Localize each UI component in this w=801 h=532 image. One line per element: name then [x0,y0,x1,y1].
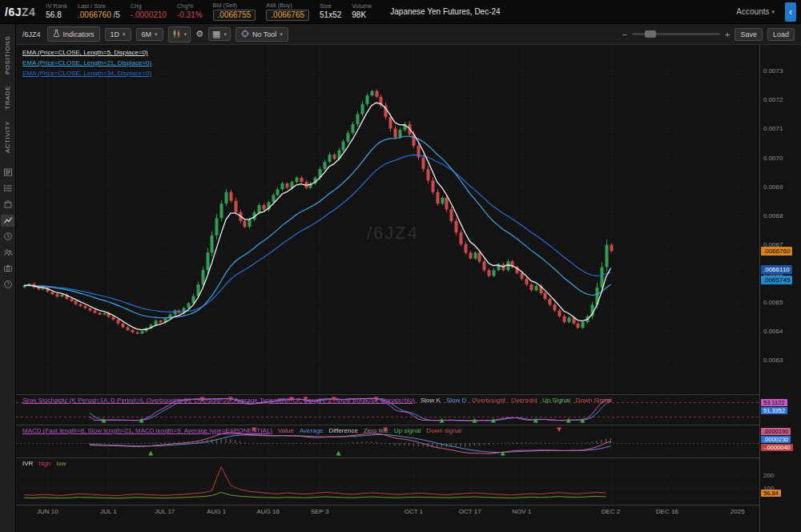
ivr-chart[interactable] [16,458,759,505]
symbol-suffix: Z4 [22,6,35,18]
grid-layout-icon: ▦ [212,30,220,38]
ivr-legend: IVRhighlow [22,460,66,467]
charts-icon[interactable] [1,215,14,227]
ema34-legend[interactable]: EMA (Price=CLOSE, Length=34, Displace=0) [22,70,151,77]
sidebar-tab-trade[interactable]: TRADE [4,80,11,115]
contract-title: Japanese Yen Futures, Dec-24 [390,7,500,16]
quote-value-text: .0066760 [78,10,111,19]
ivr-axis-tick: 200 [763,472,774,479]
time-axis[interactable]: JUN 10JUL 1JUL 17AUG 1AUG 16SEP 3OCT 1OC… [16,505,759,519]
accounts-dropdown[interactable]: Accounts ▾ [736,7,775,16]
svg-text:?: ? [6,282,10,288]
quote-field-value[interactable]: .0066765 [266,10,309,21]
price-panel: /6JZ4 EMA (Price=CLOSE, Length=5, Displa… [16,45,759,394]
sidebar-tab-activity[interactable]: ACTIVITY [4,115,11,159]
indicators-button[interactable]: Indicators [47,26,100,42]
community-icon[interactable] [1,247,14,259]
price-axis-tick: 0.0072 [763,96,783,103]
macd-difference-label: -.0000040 [761,444,793,451]
accounts-label: Accounts [736,7,769,16]
macd-legend-item-down-signal[interactable]: Down signal [426,427,461,434]
quote-field-label: Size [320,3,341,10]
quote-field-chg: Chg-.0000210 [131,3,167,19]
working-orders-icon[interactable] [1,183,14,195]
range-dropdown[interactable]: 6M ▾ [136,28,163,41]
layout-grid-dropdown[interactable]: ▦ ▾ [208,27,231,41]
quote-field-last-size: Last / Size.0066760 /5 [78,3,120,19]
news-icon[interactable] [1,167,14,179]
ivr-legend-item-high[interactable]: high [38,460,50,467]
quote-field-chg: Chg%-0.31% [177,3,203,19]
stoch-legend-item-slow-k[interactable]: Slow K [421,397,441,404]
help-icon[interactable]: ? [1,279,14,291]
macd-legend-item-average[interactable]: Average [300,427,324,434]
load-button[interactable]: Load [767,28,795,41]
stoch-d-value-label: 51.3352 [761,407,787,414]
ema-legend: EMA (Price=CLOSE, Length=5, Displace=0) … [22,49,151,77]
macd-average-label: .0000230 [761,436,791,443]
chart-container: /6JZ4 Indicators 1D ▾ 6M ▾ ▾ ⚙ ▦ ▾ [16,24,801,532]
crosshair-icon [241,30,249,39]
chart-toolbar: /6JZ4 Indicators 1D ▾ 6M ▾ ▾ ⚙ ▦ ▾ [16,24,801,45]
beaker-icon [53,29,60,39]
save-button[interactable]: Save [735,28,763,41]
quote-field-value[interactable]: .0066755 [213,10,256,21]
clock-icon[interactable] [1,231,14,243]
ivr-legend-item-ivr[interactable]: IVR [22,460,33,467]
chart-type-dropdown[interactable]: ▾ [168,26,191,42]
collapse-panel-button[interactable]: ‹ [785,2,796,22]
chart-watermark: /6JZ4 [367,223,419,244]
quote-field-label: Bid (Sell) [213,2,256,10]
macd-value-label: .0000190 [761,428,791,435]
macd-legend: MACD (Fast length=8, Slow length=21, MAC… [22,427,461,434]
quote-field-label: Ask (Buy) [266,2,309,10]
stoch-legend-item-down-signal[interactable]: Down Signal [576,397,612,404]
drawing-tool-dropdown[interactable]: No Tool ▾ [235,27,288,42]
zoom-out-button[interactable]: − [622,30,627,39]
timeframe-dropdown[interactable]: 1D ▾ [105,28,131,41]
time-axis-label: OCT 1 [396,508,431,515]
ema-price-label: .0065745 [761,276,792,284]
price-axis-tick: 0.0064 [763,328,783,335]
candlestick-chart-icon [172,29,181,40]
price-axis-tick: 0.0070 [763,155,783,162]
price-axis-tick: 0.0069 [763,183,783,191]
quote-field-value: -0.31% [177,10,203,20]
quote-value-text: 98K [352,10,366,19]
macd-legend-item-zero-line[interactable]: Zero line [364,427,388,434]
stoch-legend-item-oversold[interactable]: Oversold [511,397,537,404]
stoch-legend-item-up-signal[interactable]: Up Signal [542,397,570,404]
time-axis-label: AUG 16 [251,508,286,515]
macd-legend-item-value[interactable]: Value [278,427,294,434]
macd-panel: MACD (Fast length=8, Slow length=21, MAC… [16,425,759,457]
price-chart[interactable] [16,45,759,394]
zoom-in-button[interactable]: + [725,30,730,39]
macd-legend-item-up-signal[interactable]: Up signal [394,427,421,434]
products-icon[interactable] [1,199,14,211]
quote-field-ask-buy: Ask (Buy).0066765 [266,2,309,20]
stoch-legend-item-slow-d[interactable]: Slow D [446,397,466,404]
last-price-label: .0066760 [761,247,792,256]
ema21-legend[interactable]: EMA (Price=CLOSE, Length=21, Displace=0) [22,59,151,66]
time-axis-label: NOV 1 [504,508,539,515]
price-axis-column[interactable]: 0.00730.00720.00710.00700.00690.00680.00… [759,45,801,532]
time-axis-label: JUN 10 [30,508,65,515]
macd-legend-item-difference[interactable]: Difference [329,427,358,434]
chevron-down-icon: ▾ [223,31,227,38]
quote-value-text: .0066765 [271,10,304,19]
time-axis-label: DEC 2 [594,508,629,515]
stoch-legend-item-overbought[interactable]: Overbought [472,397,505,404]
quote-value-text: .0066755 [218,10,252,19]
camera-icon[interactable] [1,263,14,275]
macd-legend-title[interactable]: MACD (Fast length=8, Slow length=21, MAC… [22,427,272,434]
sidebar-tab-positions[interactable]: POSITIONS [4,30,11,80]
quote-field-label: Last / Size [78,3,120,10]
quote-value-text: -0.31% [177,10,203,19]
ivr-legend-item-low[interactable]: low [56,460,66,467]
ema5-legend[interactable]: EMA (Price=CLOSE, Length=5, Displace=0) [22,49,151,56]
gear-icon[interactable]: ⚙ [195,30,203,38]
zoom-slider[interactable] [632,33,720,35]
stoch-legend-title[interactable]: Slow Stochastic (K Period=14, D Period=9… [22,397,415,404]
stochastic-panel: Slow Stochastic (K Period=14, D Period=9… [16,395,759,425]
zoom-slider-handle[interactable] [645,30,656,38]
